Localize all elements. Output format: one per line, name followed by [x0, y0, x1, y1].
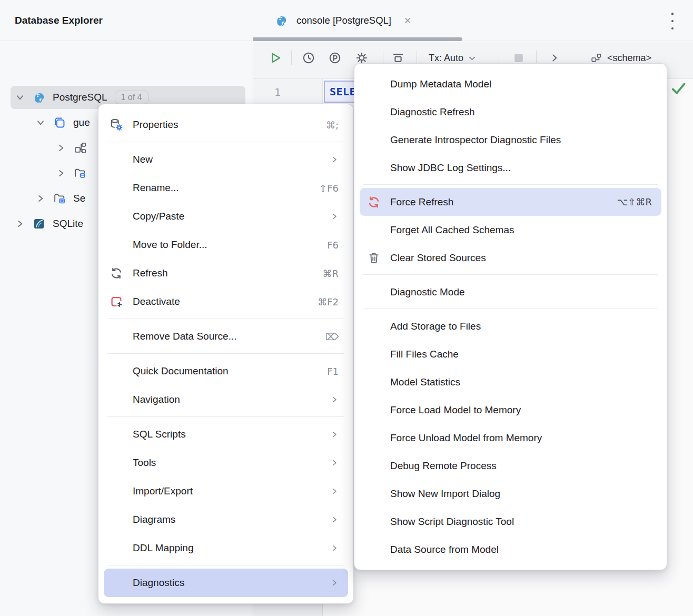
folder-database-icon: [73, 166, 87, 180]
menu-item-icon-slot: [366, 104, 382, 120]
menu-item-icon-slot: [108, 329, 124, 344]
menu-item-label: Add Storage to Files: [390, 321, 652, 332]
menu-item-label: DDL Mapping: [133, 542, 321, 554]
menu-item-forget-all-cached-schemas[interactable]: Forget All Cached Schemas: [360, 216, 661, 244]
more-options-kebab-icon[interactable]: [668, 12, 677, 31]
menu-item-generate-introspector-diagnostic-files[interactable]: Generate Introspector Diagnostic Files: [360, 126, 661, 154]
menu-item-model-statistics[interactable]: Model Statistics: [360, 368, 661, 396]
success-check-icon: [670, 80, 687, 97]
menu-item-label: Dump Metadata Model: [390, 78, 652, 90]
menu-item-label: Import/Export: [133, 485, 321, 497]
menu-item-label: Diagnostic Refresh: [390, 106, 652, 118]
menu-item-move-to-folder[interactable]: Move to Folder...F6: [104, 231, 348, 259]
menu-item-label: SQL Scripts: [133, 429, 321, 440]
chevron-down-icon[interactable]: [15, 92, 25, 103]
datagrip-window: 1 SELE console [PostgreSQL] ✕ Tx: Auto: [0, 0, 693, 616]
menu-separator: [98, 562, 353, 569]
submenu-arrow-icon: [330, 395, 339, 404]
menu-item-debug-remote-process[interactable]: Debug Remote Process: [360, 452, 661, 480]
trash-icon: [366, 250, 382, 266]
menu-item-import-export[interactable]: Import/Export: [104, 477, 348, 505]
diagnostics-submenu: Dump Metadata ModelDiagnostic RefreshGen…: [354, 63, 667, 570]
menu-item-icon-slot: [108, 392, 124, 408]
menu-item-label: Diagrams: [133, 514, 321, 525]
menu-item-label: Show Script Diagnostic Tool: [390, 516, 652, 528]
history-button[interactable]: [301, 50, 316, 66]
menu-item-show-jdbc-log-settings[interactable]: Show JDBC Log Settings...: [360, 154, 661, 182]
menu-item-icon-slot: [108, 152, 124, 167]
menu-item-diagnostic-mode[interactable]: Diagnostic Mode: [360, 278, 661, 306]
menu-item-clear-stored-sources[interactable]: Clear Stored Sources: [360, 244, 661, 272]
menu-item-icon-slot: [108, 512, 124, 528]
menu-item-icon-slot: [366, 284, 382, 300]
menu-item-icon-slot: [108, 575, 124, 591]
menu-item-icon-slot: [108, 455, 124, 471]
menu-item-shortcut: F1: [327, 366, 339, 377]
menu-item-force-load-model-to-memory[interactable]: Force Load Model to Memory: [360, 396, 661, 424]
tree-item-label: SQLite: [53, 218, 83, 230]
force-refresh-icon: [366, 194, 382, 210]
menu-item-quick-documentation[interactable]: Quick DocumentationF1: [104, 357, 348, 385]
chevron-right-icon[interactable]: [56, 168, 66, 178]
chevron-right-icon[interactable]: [35, 193, 46, 204]
menu-item-shortcut: ⌥⇧⌘R: [617, 196, 652, 207]
menu-item-force-unload-model-from-memory[interactable]: Force Unload Model from Memory: [360, 424, 661, 452]
menu-item-label: Model Statistics: [390, 376, 652, 388]
menu-item-icon-slot: [366, 346, 382, 362]
menu-separator: [98, 316, 353, 322]
menu-item-data-source-from-model[interactable]: Data Source from Model: [360, 535, 661, 563]
menu-item-label: Quick Documentation: [133, 365, 318, 377]
menu-item-navigation[interactable]: Navigation: [104, 385, 348, 414]
menu-item-tools[interactable]: Tools: [104, 449, 348, 477]
chevron-right-icon[interactable]: [56, 143, 66, 153]
chevron-down-icon: [468, 54, 476, 62]
context-menu: Properties⌘;NewRename...⇧F6Copy/PasteMov…: [98, 104, 354, 604]
chevron-right-icon[interactable]: [15, 218, 25, 229]
menu-item-rename[interactable]: Rename...⇧F6: [104, 174, 348, 202]
refresh-icon: [108, 265, 124, 281]
menu-item-diagnostic-refresh[interactable]: Diagnostic Refresh: [360, 98, 661, 126]
menu-item-add-storage-to-files[interactable]: Add Storage to Files: [360, 312, 661, 340]
menu-item-properties[interactable]: Properties⌘;: [104, 111, 348, 139]
chevron-down-icon[interactable]: [35, 117, 46, 128]
menu-separator: [354, 182, 667, 188]
menu-item-diagrams[interactable]: Diagrams: [104, 505, 348, 534]
menu-item-diagnostics[interactable]: Diagnostics: [104, 569, 348, 597]
active-tab-underline: [253, 37, 462, 41]
menu-item-label: Forget All Cached Schemas: [390, 224, 652, 236]
menu-item-force-refresh[interactable]: Force Refresh⌥⇧⌘R: [360, 188, 661, 216]
menu-item-icon-slot: [366, 486, 382, 502]
submenu-arrow-icon: [330, 155, 339, 164]
menu-item-label: New: [133, 154, 321, 165]
menu-item-copy-paste[interactable]: Copy/Paste: [104, 202, 348, 231]
menu-item-refresh[interactable]: Refresh⌘R: [104, 259, 348, 287]
parameters-button[interactable]: [327, 50, 343, 66]
schema-label: <schema>: [607, 53, 651, 64]
menu-item-label: Properties: [133, 119, 316, 131]
execute-button[interactable]: [268, 50, 283, 66]
menu-item-icon-slot: [366, 458, 382, 474]
toolbar-divider: [291, 51, 292, 65]
tab-console-postgresql[interactable]: console [PostgreSQL] ✕: [268, 0, 411, 41]
menu-item-label: Navigation: [133, 394, 321, 405]
menu-item-label: Force Unload Model from Memory: [390, 432, 652, 444]
menu-item-fill-files-cache[interactable]: Fill Files Cache: [360, 340, 661, 368]
sqlite-icon: [32, 217, 46, 231]
menu-item-dump-metadata-model[interactable]: Dump Metadata Model: [360, 70, 661, 98]
menu-item-label: Data Source from Model: [390, 544, 652, 555]
menu-item-deactivate[interactable]: Deactivate⌘F2: [104, 287, 348, 316]
menu-item-new[interactable]: New: [104, 145, 348, 174]
menu-item-show-new-import-dialog[interactable]: Show New Import Dialog: [360, 480, 661, 508]
menu-item-shortcut: ⇧F6: [319, 183, 339, 194]
menu-item-sql-scripts[interactable]: SQL Scripts: [104, 420, 348, 449]
menu-item-ddl-mapping[interactable]: DDL Mapping: [104, 534, 348, 562]
submenu-arrow-icon: [330, 544, 339, 552]
line-number: 1: [270, 86, 285, 98]
close-icon[interactable]: ✕: [404, 15, 411, 26]
menu-item-icon-slot: [108, 483, 124, 499]
menu-item-icon-slot: [108, 540, 124, 556]
menu-item-remove-data-source[interactable]: Remove Data Source...⌦: [104, 322, 348, 351]
menu-item-show-script-diagnostic-tool[interactable]: Show Script Diagnostic Tool: [360, 508, 661, 535]
menu-item-label: Diagnostic Mode: [390, 286, 652, 298]
menu-item-label: Diagnostics: [133, 577, 321, 589]
